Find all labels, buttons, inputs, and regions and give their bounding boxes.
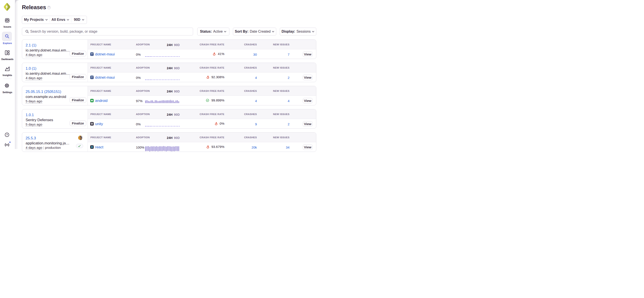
svg-text:?: ? (6, 133, 8, 136)
svg-text:MAUI: MAUI (91, 78, 93, 79)
svg-text:.NET: .NET (90, 76, 93, 78)
svg-text:MAUI: MAUI (91, 55, 93, 56)
svg-text:.NET: .NET (90, 53, 93, 54)
